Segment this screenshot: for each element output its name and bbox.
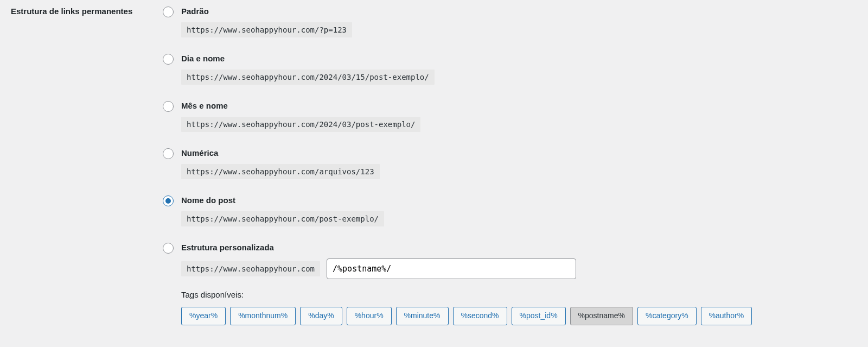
option-dayname: Dia e nome https://www.seohappyhour.com/… [163, 53, 857, 85]
option-label-postname[interactable]: Nome do post [181, 195, 235, 205]
tag-hour[interactable]: %hour% [347, 307, 392, 325]
section-label: Estrutura de links permanentes [11, 5, 163, 325]
available-tags-label: Tags disponíveis: [181, 290, 752, 299]
radio-postname[interactable] [163, 195, 174, 206]
radio-dayname[interactable] [163, 54, 174, 65]
option-label-plain[interactable]: Padrão [181, 7, 209, 16]
tag-minute[interactable]: %minute% [396, 307, 449, 325]
option-label-dayname[interactable]: Dia e nome [181, 54, 225, 63]
option-example-postname: https://www.seohappyhour.com/post-exempl… [181, 211, 384, 226]
permalink-options: Padrão https://www.seohappyhour.com/?p=1… [163, 5, 857, 325]
permalink-settings-section: Estrutura de links permanentes Padrão ht… [11, 5, 857, 325]
tag-category[interactable]: %category% [637, 307, 697, 325]
radio-numeric[interactable] [163, 148, 174, 159]
tag-postname[interactable]: %postname% [570, 307, 633, 325]
tag-day[interactable]: %day% [300, 307, 342, 325]
radio-custom[interactable] [163, 243, 174, 254]
radio-plain[interactable] [163, 7, 174, 17]
option-label-monthname[interactable]: Mês e nome [181, 101, 228, 110]
option-example-dayname: https://www.seohappyhour.com/2024/03/15/… [181, 70, 435, 85]
tag-post-id[interactable]: %post_id% [512, 307, 566, 325]
option-monthname: Mês e nome https://www.seohappyhour.com/… [163, 100, 857, 132]
option-label-custom[interactable]: Estrutura personalizada [181, 243, 274, 252]
option-postname: Nome do post https://www.seohappyhour.co… [163, 194, 857, 226]
tag-monthnum[interactable]: %monthnum% [230, 307, 296, 325]
radio-monthname[interactable] [163, 101, 174, 112]
option-example-plain: https://www.seohappyhour.com/?p=123 [181, 22, 352, 37]
option-label-numeric[interactable]: Numérica [181, 148, 218, 157]
tag-year[interactable]: %year% [181, 307, 226, 325]
tag-buttons-row: %year% %monthnum% %day% %hour% %minute% … [181, 307, 752, 325]
option-example-numeric: https://www.seohappyhour.com/arquivos/12… [181, 164, 380, 179]
tag-author[interactable]: %author% [701, 307, 752, 325]
custom-base-url: https://www.seohappyhour.com [181, 261, 320, 276]
option-custom: Estrutura personalizada https://www.seoh… [163, 242, 857, 325]
tag-second[interactable]: %second% [453, 307, 507, 325]
option-numeric: Numérica https://www.seohappyhour.com/ar… [163, 147, 857, 179]
option-example-monthname: https://www.seohappyhour.com/2024/03/pos… [181, 117, 420, 132]
option-plain: Padrão https://www.seohappyhour.com/?p=1… [163, 5, 857, 37]
custom-structure-input[interactable] [327, 258, 576, 279]
